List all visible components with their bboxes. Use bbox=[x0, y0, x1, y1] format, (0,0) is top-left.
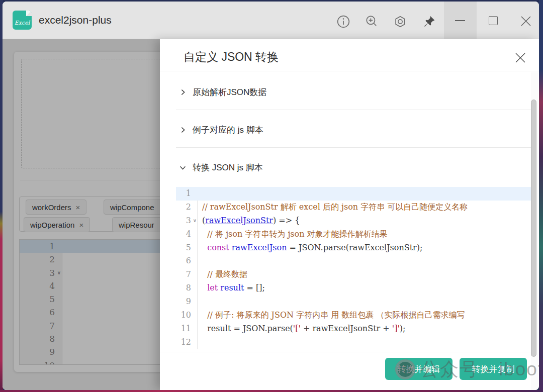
code-line[interactable]: 3∨(rawExcelJsonStr) => { bbox=[176, 214, 532, 228]
code-line[interactable]: 1 bbox=[176, 187, 532, 201]
code-line[interactable]: 2// rawExcelJsonStr 解析 excel 后的 json 字符串… bbox=[176, 201, 532, 214]
info-icon[interactable] bbox=[336, 15, 350, 29]
code-line[interactable]: 9 bbox=[176, 295, 532, 309]
divider bbox=[160, 352, 539, 352]
convert-and-edit-button[interactable]: 转换并编辑 bbox=[385, 358, 452, 380]
section-convert-script[interactable]: 转换 JSON js 脚本 bbox=[179, 162, 263, 173]
app-logo-excel-icon: Excel bbox=[13, 11, 32, 30]
modal-scrollbar-track[interactable] bbox=[531, 72, 538, 390]
titlebar: Excel excel2json-plus bbox=[3, 2, 539, 39]
chevron-down-icon bbox=[179, 164, 186, 171]
dog-ear bbox=[26, 11, 32, 16]
custom-json-convert-dialog: 自定义 JSON 转换 原始解析JSON数据 例子对应的 js 脚本 转换 JS… bbox=[160, 39, 539, 390]
app-logo-text: Excel bbox=[13, 20, 32, 26]
settings-icon[interactable] bbox=[393, 15, 407, 29]
app-window: Excel excel2json-plus bbox=[3, 2, 539, 390]
code-line[interactable]: 11 result = JSON.parse('[' + rawExcelJso… bbox=[176, 322, 532, 336]
minimize-icon bbox=[455, 20, 465, 21]
dialog-close-icon[interactable] bbox=[514, 51, 527, 64]
dialog-title: 自定义 JSON 转换 bbox=[184, 49, 279, 65]
window-close-button[interactable] bbox=[519, 15, 532, 28]
code-line[interactable]: 12 bbox=[176, 336, 532, 349]
divider bbox=[176, 110, 531, 110]
window-title: excel2json-plus bbox=[39, 14, 112, 26]
minimize-button[interactable] bbox=[444, 2, 477, 39]
section-example-script[interactable]: 例子对应的 js 脚本 bbox=[179, 124, 263, 136]
divider bbox=[176, 147, 531, 148]
wallpaper-bottom-strip bbox=[0, 390, 543, 392]
section-raw-json[interactable]: 原始解析JSON数据 bbox=[179, 86, 266, 98]
code-line[interactable]: 5 const rawExcelJson = JSON.parse(rawExc… bbox=[176, 241, 532, 255]
pin-icon[interactable] bbox=[422, 15, 436, 29]
divider bbox=[160, 71, 539, 71]
fold-chevron-icon[interactable]: ∨ bbox=[193, 214, 197, 228]
code-line[interactable]: 4 // 将 json 字符串转为 json 对象才能操作解析结果 bbox=[176, 228, 532, 241]
modal-code-rows: 12// rawExcelJsonStr 解析 excel 后的 json 字符… bbox=[176, 187, 532, 349]
chevron-right-icon bbox=[179, 127, 186, 133]
zoom-in-icon[interactable] bbox=[365, 15, 379, 29]
code-line[interactable]: 6 bbox=[176, 254, 532, 268]
modal-scrollbar-thumb[interactable] bbox=[531, 100, 536, 357]
code-line[interactable]: 8 let result = []; bbox=[176, 281, 532, 295]
chevron-right-icon bbox=[179, 89, 186, 95]
maximize-button[interactable] bbox=[489, 16, 498, 25]
code-line[interactable]: 10 // 例子: 将原来的 JSON 字符内串 用 数组包裹 （实际根据自己需… bbox=[176, 309, 532, 322]
convert-and-copy-button[interactable]: 转换并复制 bbox=[460, 358, 527, 380]
wallpaper-right-strip bbox=[539, 0, 543, 392]
code-line[interactable]: 7 // 最终数据 bbox=[176, 268, 532, 281]
js-script-editor[interactable]: 12// rawExcelJsonStr 解析 excel 后的 json 字符… bbox=[176, 187, 532, 349]
